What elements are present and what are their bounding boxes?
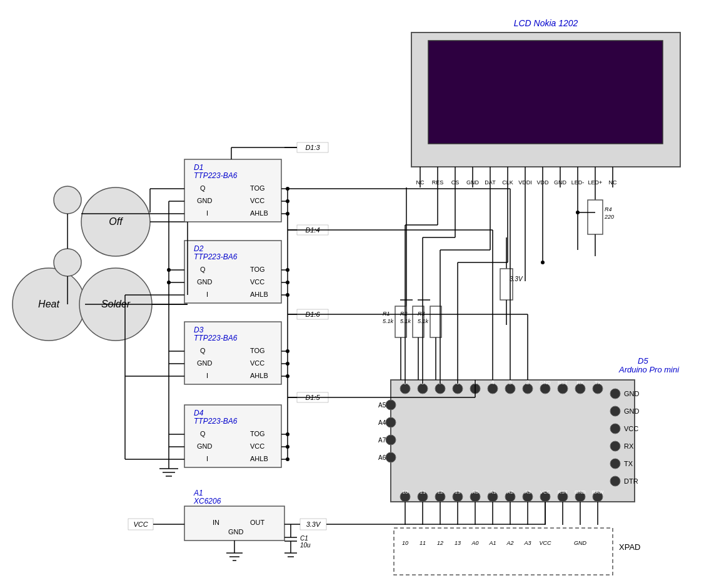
- svg-text:VCC: VCC: [250, 278, 264, 286]
- pin-dtr: DTR: [624, 477, 638, 485]
- r3-value: 5.1k: [418, 318, 429, 324]
- net33v2-label: 3.3V: [510, 276, 523, 282]
- svg-text:A2: A2: [507, 489, 513, 495]
- svg-point-154: [541, 261, 545, 264]
- d1-part: TTP223-BA6: [194, 171, 238, 180]
- svg-point-197: [386, 400, 396, 410]
- svg-point-198: [386, 417, 396, 427]
- svg-text:3: 3: [508, 379, 511, 386]
- svg-text:RAW: RAW: [592, 489, 604, 495]
- svg-rect-148: [588, 200, 603, 234]
- svg-text:VCC: VCC: [539, 540, 551, 546]
- svg-text:IN: IN: [213, 519, 219, 526]
- svg-text:A7: A7: [378, 437, 386, 444]
- net33v-label: 3.3V: [306, 521, 321, 528]
- svg-text:Q: Q: [200, 266, 206, 273]
- svg-point-195: [610, 459, 620, 469]
- svg-text:A1: A1: [488, 540, 496, 546]
- svg-rect-166: [391, 380, 635, 502]
- r4-label: R4: [605, 206, 612, 212]
- svg-point-193: [610, 424, 620, 434]
- svg-text:11: 11: [420, 489, 426, 495]
- svg-point-191: [610, 389, 620, 399]
- svg-text:VCC: VCC: [250, 197, 264, 204]
- svg-text:13: 13: [455, 489, 461, 495]
- d5-label: D5: [638, 356, 648, 366]
- svg-text:Q: Q: [200, 430, 206, 437]
- a1-part: XC6206: [193, 497, 221, 506]
- svg-text:GND: GND: [574, 540, 587, 546]
- svg-rect-122: [428, 41, 663, 144]
- svg-text:A0: A0: [471, 540, 478, 546]
- r1-value: 5.1k: [383, 318, 394, 324]
- svg-rect-164: [500, 269, 513, 300]
- d1-label: D1: [194, 163, 203, 172]
- svg-text:VCC: VCC: [250, 359, 264, 367]
- svg-text:RST: RST: [558, 489, 568, 495]
- vcc-label: VCC: [133, 521, 148, 528]
- r1-label: R1: [383, 311, 390, 317]
- svg-text:GND: GND: [197, 359, 213, 367]
- svg-text:12: 12: [437, 540, 443, 546]
- xpad-label: XPAD: [619, 542, 640, 552]
- svg-text:TOG: TOG: [250, 184, 265, 192]
- svg-text:GND: GND: [197, 197, 213, 204]
- svg-text:12: 12: [438, 489, 443, 495]
- heat-label: Heat: [38, 299, 59, 309]
- d3-part: TTP223-BA6: [194, 334, 238, 342]
- svg-text:TOG: TOG: [250, 347, 265, 354]
- lcd-title: LCD Nokia 1202: [514, 18, 578, 28]
- svg-point-192: [610, 406, 620, 416]
- svg-text:TOG: TOG: [250, 430, 265, 437]
- d5-part: Arduino Pro mini: [618, 365, 680, 374]
- d2-label: D2: [194, 244, 204, 253]
- svg-text:A3: A3: [525, 489, 531, 495]
- svg-text:GND: GND: [228, 528, 244, 536]
- svg-text:AHLB: AHLB: [250, 372, 268, 379]
- d2-part: TTP223-BA6: [194, 252, 238, 261]
- svg-text:10: 10: [402, 540, 408, 546]
- svg-text:GND: GND: [575, 489, 586, 495]
- svg-text:AHLB: AHLB: [250, 209, 268, 217]
- pin-tx: TX: [624, 460, 633, 467]
- d1-net3-label: D1:3: [305, 144, 320, 151]
- pin-gnd2: GND: [624, 407, 640, 415]
- svg-text:RX: RX: [576, 380, 584, 386]
- d4-label: D4: [194, 409, 204, 417]
- svg-text:2: 2: [526, 379, 529, 386]
- svg-point-200: [386, 452, 396, 462]
- svg-text:VCC: VCC: [250, 442, 264, 450]
- svg-text:11: 11: [420, 540, 426, 546]
- pin-rx: RX: [624, 442, 634, 450]
- svg-text:4: 4: [491, 379, 494, 386]
- svg-text:A1: A1: [490, 489, 496, 495]
- svg-text:VCC: VCC: [540, 489, 551, 495]
- svg-text:A3: A3: [523, 540, 531, 546]
- svg-text:TOG: TOG: [250, 266, 265, 273]
- svg-text:GND: GND: [197, 442, 213, 450]
- a1-label: A1: [193, 489, 203, 497]
- svg-text:A2: A2: [506, 540, 513, 546]
- pin-gnd1: GND: [624, 390, 640, 397]
- d4-part: TTP223-BA6: [194, 417, 238, 426]
- svg-text:GND: GND: [540, 380, 551, 386]
- svg-text:Q: Q: [200, 347, 206, 354]
- c1-label: C1: [300, 535, 308, 542]
- svg-text:OUT: OUT: [250, 519, 265, 526]
- svg-text:I: I: [206, 372, 208, 379]
- svg-point-5: [54, 249, 81, 276]
- svg-point-4: [54, 186, 81, 214]
- svg-text:A6: A6: [378, 454, 386, 461]
- svg-text:I: I: [206, 455, 208, 462]
- r2-value: 5.1k: [400, 318, 411, 324]
- r4-value: 220: [604, 214, 614, 220]
- svg-text:A4: A4: [378, 419, 386, 426]
- svg-text:13: 13: [455, 540, 461, 546]
- svg-text:AHLB: AHLB: [250, 291, 268, 298]
- d3-label: D3: [194, 326, 204, 334]
- svg-text:TX: TX: [595, 380, 601, 386]
- svg-text:A5: A5: [378, 402, 386, 409]
- svg-text:A0: A0: [472, 489, 478, 495]
- svg-text:AHLB: AHLB: [250, 455, 268, 462]
- svg-point-194: [610, 441, 620, 451]
